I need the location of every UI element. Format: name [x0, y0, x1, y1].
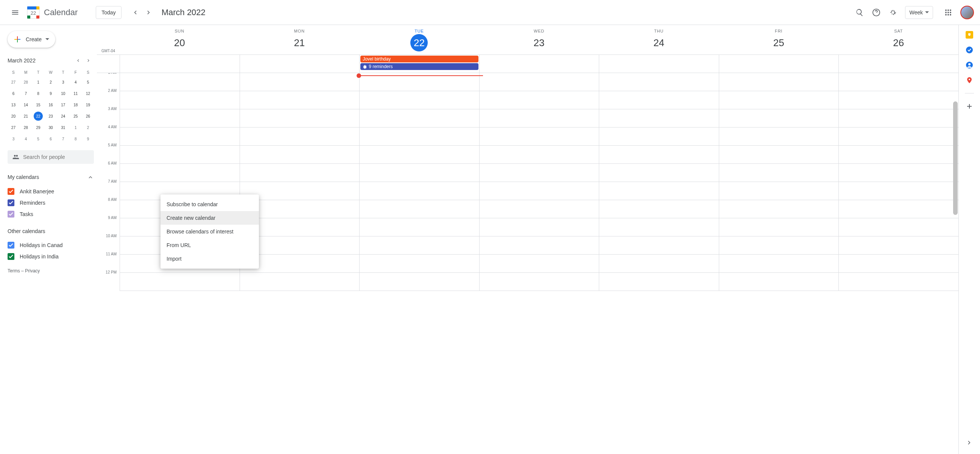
- mini-day[interactable]: 10: [59, 89, 68, 98]
- time-slot[interactable]: [719, 73, 839, 91]
- time-slot[interactable]: [719, 127, 839, 146]
- calendar-checkbox[interactable]: [8, 199, 14, 206]
- time-slot[interactable]: [839, 146, 958, 164]
- time-slot[interactable]: [599, 146, 719, 164]
- mini-day[interactable]: 31: [59, 123, 68, 132]
- time-slot[interactable]: [480, 237, 599, 255]
- mini-day[interactable]: 5: [34, 134, 43, 143]
- footer-links[interactable]: Terms – Privacy: [8, 268, 94, 273]
- main-menu-button[interactable]: [6, 3, 24, 22]
- my-calendars-toggle[interactable]: My calendars: [8, 171, 94, 183]
- time-slot[interactable]: [839, 164, 958, 182]
- time-slot[interactable]: [839, 273, 958, 291]
- mini-day[interactable]: 3: [9, 134, 18, 143]
- allday-cell[interactable]: Jovel birthday9 reminders: [359, 55, 479, 73]
- calendar-checkbox[interactable]: [8, 211, 14, 217]
- mini-day[interactable]: 2: [84, 123, 93, 132]
- allday-cell[interactable]: [599, 55, 719, 73]
- time-slot[interactable]: [480, 110, 599, 127]
- day-number[interactable]: 20: [171, 34, 188, 51]
- mini-day[interactable]: 3: [59, 78, 68, 87]
- mini-day[interactable]: 27: [9, 123, 18, 132]
- time-slot[interactable]: [839, 200, 958, 218]
- time-slot[interactable]: [480, 273, 599, 291]
- time-slot[interactable]: [839, 237, 958, 255]
- keep-app-icon[interactable]: [966, 31, 973, 38]
- allday-cell[interactable]: [838, 55, 958, 73]
- time-slot[interactable]: [480, 200, 599, 218]
- day-number[interactable]: 24: [650, 34, 668, 51]
- time-slot[interactable]: [480, 182, 599, 200]
- allday-cell[interactable]: [240, 55, 360, 73]
- day-header[interactable]: SAT26: [838, 29, 958, 54]
- time-slot[interactable]: [480, 164, 599, 182]
- mini-day[interactable]: 30: [46, 123, 55, 132]
- time-slot[interactable]: [839, 255, 958, 273]
- time-slot[interactable]: [719, 164, 839, 182]
- tasks-app-icon[interactable]: [966, 46, 973, 54]
- scrollbar[interactable]: [953, 102, 958, 215]
- mini-day[interactable]: 25: [71, 112, 80, 121]
- search-button[interactable]: [852, 5, 867, 20]
- time-slot[interactable]: [599, 91, 719, 110]
- time-slot[interactable]: [360, 146, 479, 164]
- mini-day[interactable]: 23: [46, 112, 55, 121]
- time-slot[interactable]: [839, 182, 958, 200]
- mini-day[interactable]: 7: [21, 89, 30, 98]
- time-slot[interactable]: [120, 146, 240, 164]
- mini-day[interactable]: 20: [9, 112, 18, 121]
- collapse-panel-button[interactable]: [966, 439, 973, 448]
- prev-week-button[interactable]: [128, 6, 142, 19]
- calendar-item[interactable]: Ankit Banerjee: [8, 186, 94, 197]
- mini-day[interactable]: 6: [46, 134, 55, 143]
- day-header[interactable]: THU24: [599, 29, 719, 54]
- mini-prev-month[interactable]: [73, 55, 83, 66]
- account-avatar[interactable]: [960, 6, 974, 19]
- time-slot[interactable]: [599, 237, 719, 255]
- event-chip[interactable]: Jovel birthday: [360, 56, 479, 62]
- time-slot[interactable]: [719, 146, 839, 164]
- time-slot[interactable]: [599, 218, 719, 237]
- calendar-item[interactable]: Tasks: [8, 208, 94, 220]
- mini-day[interactable]: 28: [21, 123, 30, 132]
- search-people-field[interactable]: [8, 150, 94, 164]
- time-slot[interactable]: [719, 200, 839, 218]
- mini-day[interactable]: 9: [84, 134, 93, 143]
- mini-day[interactable]: 12: [84, 89, 93, 98]
- time-slot[interactable]: [480, 73, 599, 91]
- time-slot[interactable]: [240, 164, 360, 182]
- day-header[interactable]: SUN20: [119, 29, 240, 54]
- mini-day[interactable]: 2: [46, 78, 55, 87]
- time-slot[interactable]: [240, 146, 360, 164]
- mini-day[interactable]: 18: [71, 100, 80, 110]
- time-slot[interactable]: [120, 164, 240, 182]
- time-slot[interactable]: [360, 273, 479, 291]
- time-slot[interactable]: [360, 182, 479, 200]
- mini-day[interactable]: 29: [34, 123, 43, 132]
- next-week-button[interactable]: [142, 6, 156, 19]
- time-slot[interactable]: [480, 91, 599, 110]
- mini-day[interactable]: 9: [46, 89, 55, 98]
- day-header[interactable]: WED23: [479, 29, 599, 54]
- today-button[interactable]: Today: [96, 6, 121, 19]
- time-slot[interactable]: [240, 91, 360, 110]
- time-slot[interactable]: [719, 255, 839, 273]
- search-people-input[interactable]: [23, 154, 89, 160]
- time-slot[interactable]: [480, 255, 599, 273]
- mini-day[interactable]: 22: [34, 112, 43, 121]
- mini-day[interactable]: 17: [59, 100, 68, 110]
- day-header[interactable]: FRI25: [719, 29, 839, 54]
- time-slot[interactable]: [360, 237, 479, 255]
- day-number[interactable]: 22: [410, 34, 428, 51]
- time-slot[interactable]: [480, 146, 599, 164]
- time-slot[interactable]: [480, 218, 599, 237]
- time-slot[interactable]: [719, 110, 839, 127]
- calendar-item[interactable]: Reminders: [8, 197, 94, 208]
- calendar-checkbox[interactable]: [8, 188, 14, 195]
- mini-day[interactable]: 27: [9, 78, 18, 87]
- mini-next-month[interactable]: [83, 55, 94, 66]
- calendar-item[interactable]: Holidays in Canad: [8, 240, 94, 251]
- mini-day[interactable]: 8: [34, 89, 43, 98]
- time-slot[interactable]: [240, 110, 360, 127]
- time-slot[interactable]: [599, 200, 719, 218]
